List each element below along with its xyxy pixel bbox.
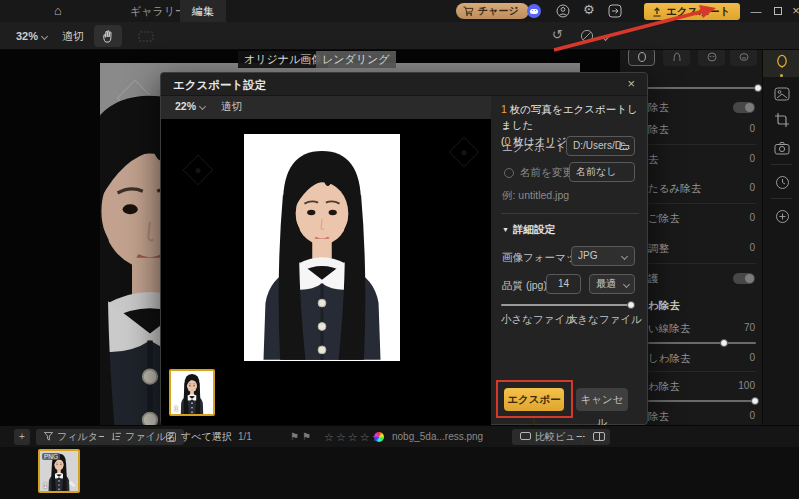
- select-all-checkbox[interactable]: ✓: [166, 432, 176, 442]
- panel-row-value: 0: [749, 123, 755, 134]
- panel-tab-eyes[interactable]: [698, 48, 725, 66]
- panel-row-label: 護: [648, 272, 659, 286]
- select-all-label[interactable]: すべて選択: [181, 426, 232, 448]
- app-window: オリジナル画像 レンダリング ポートレート美化 ↺ 除去 除去 0 去 0 たる…: [0, 0, 799, 499]
- format-dropdown[interactable]: JPG: [571, 246, 635, 266]
- star-icon[interactable]: ☆: [348, 431, 358, 443]
- triangle-down-icon: ▼: [502, 226, 509, 233]
- panel-row-value: 100: [738, 380, 755, 391]
- panel-tab-mouth[interactable]: [730, 48, 757, 66]
- portrait-tool-icon[interactable]: [772, 53, 792, 73]
- zoom-level-value: 32%: [16, 30, 38, 42]
- compare-original-icon[interactable]: [580, 29, 594, 43]
- account-icon[interactable]: [556, 4, 570, 18]
- panel-row-value: 0: [749, 242, 755, 253]
- quality-mode-dropdown[interactable]: 最適: [589, 274, 635, 294]
- split-view-button[interactable]: [588, 429, 610, 445]
- flag-icon[interactable]: ⚑: [290, 431, 299, 442]
- crop-tool-icon[interactable]: [772, 110, 792, 130]
- compare-view-icon: [520, 432, 531, 440]
- selection-count: 1/1: [238, 426, 252, 448]
- rename-value: 名前なし: [576, 166, 616, 177]
- dialog-photo-thumbnail[interactable]: 1: [169, 369, 215, 416]
- quality-slider[interactable]: [501, 304, 633, 306]
- panel-row-value: 0: [749, 352, 755, 363]
- close-button[interactable]: ×: [786, 0, 799, 22]
- dialog-close-icon[interactable]: ×: [627, 76, 635, 91]
- charge-button[interactable]: チャージ: [456, 3, 529, 19]
- flag-icons[interactable]: ⚑⚑: [290, 426, 314, 448]
- compare-view-label: 比較ビュー: [535, 431, 585, 442]
- portrait-tool-indicator-dot: [780, 74, 783, 77]
- zoom-level-dropdown[interactable]: 32%: [16, 22, 47, 50]
- panel-tab-skin[interactable]: [663, 48, 690, 66]
- thumbnail-index: 1: [174, 404, 178, 413]
- flag-icon[interactable]: ⚑: [302, 431, 311, 442]
- color-label-wheel-icon[interactable]: [374, 432, 384, 442]
- panel-row-label: 調整: [648, 242, 669, 256]
- edit-toolbar: 32% 適切 ↺: [0, 22, 799, 50]
- export-button-top[interactable]: エクスポート: [644, 3, 740, 20]
- panel-row-label: たるみ除去: [648, 182, 701, 196]
- share-arrow-icon[interactable]: [608, 4, 622, 18]
- panel-row-value: 0: [749, 212, 755, 223]
- panel-row-slider[interactable]: [648, 400, 756, 402]
- dialog-preview-area[interactable]: 1: [161, 119, 491, 426]
- panel-row-label: わ除去: [648, 380, 680, 394]
- panel-row-label: 除去: [648, 101, 669, 115]
- dialog-fit-button[interactable]: 適切: [221, 100, 242, 114]
- panel-row-value: 70: [744, 322, 755, 333]
- chevron-down-icon[interactable]: [602, 34, 609, 41]
- filmstrip-thumbnail[interactable]: PNG 1 ✎: [38, 449, 80, 493]
- discord-icon[interactable]: [527, 4, 541, 18]
- dialog-zoom-dropdown[interactable]: 22%: [175, 100, 205, 112]
- canvas-label-render[interactable]: レンダリング: [316, 51, 396, 68]
- export-result-label: 枚の写真をエクスポートしました: [501, 103, 638, 131]
- chevron-down-icon: [199, 103, 206, 110]
- dialog-titlebar: エクスポート設定 ×: [161, 73, 647, 96]
- hand-tool-button[interactable]: [94, 25, 122, 47]
- folder-open-icon[interactable]: [619, 141, 630, 151]
- fit-button[interactable]: 適切: [62, 22, 84, 50]
- export-photo-preview: [244, 134, 400, 361]
- dialog-zoom-value: 22%: [175, 100, 196, 112]
- panel-row-value: 0: [749, 153, 755, 164]
- panel-row-value: 0: [749, 410, 755, 421]
- tab-edit[interactable]: 編集: [180, 0, 226, 22]
- panel-section-header: わ除去: [648, 299, 680, 313]
- add-plus-icon[interactable]: [772, 206, 792, 226]
- panel-tab-face[interactable]: [628, 48, 655, 66]
- panel-row-toggle[interactable]: [733, 273, 755, 284]
- panel-row-toggle[interactable]: [733, 102, 755, 113]
- add-photo-button[interactable]: +: [14, 429, 30, 445]
- quality-input[interactable]: 14: [546, 274, 581, 294]
- settings-gear-icon[interactable]: ⚙: [583, 2, 595, 17]
- chevron-down-icon: [621, 253, 628, 260]
- frame-tool-icon[interactable]: [138, 31, 154, 42]
- upload-icon: [652, 7, 662, 17]
- maximize-button[interactable]: [768, 0, 788, 22]
- panel-row-label: い線除去: [648, 322, 690, 336]
- undo-icon[interactable]: ↺: [552, 27, 563, 42]
- rename-radio[interactable]: [504, 168, 514, 178]
- panel-row-slider[interactable]: [648, 342, 756, 344]
- history-clock-icon[interactable]: [772, 172, 792, 192]
- star-icon[interactable]: ☆: [336, 431, 346, 443]
- minimize-button[interactable]: —: [746, 0, 766, 22]
- camera-tool-icon[interactable]: [772, 138, 792, 158]
- dialog-toolbar: 22% 適切: [161, 96, 491, 119]
- advanced-settings-toggle[interactable]: ▼詳細設定: [502, 223, 555, 237]
- star-icon[interactable]: ☆: [360, 431, 370, 443]
- annotation-highlight-box: [496, 380, 573, 418]
- slider-max-label: 大きなファイル: [567, 313, 642, 327]
- image-tool-icon[interactable]: [772, 84, 792, 104]
- rename-input[interactable]: 名前なし: [569, 162, 635, 182]
- dialog-cancel-button[interactable]: キャンセル: [576, 388, 628, 411]
- home-icon[interactable]: ⌂: [54, 0, 62, 22]
- canvas-label-original[interactable]: オリジナル画像: [238, 51, 328, 68]
- star-icon[interactable]: ☆: [324, 431, 334, 443]
- destination-input[interactable]: D:/Users/D...: [566, 136, 635, 156]
- watermark-diamond: [448, 136, 479, 167]
- export-count: 1: [501, 103, 507, 115]
- file-type-badge: PNG: [42, 453, 60, 460]
